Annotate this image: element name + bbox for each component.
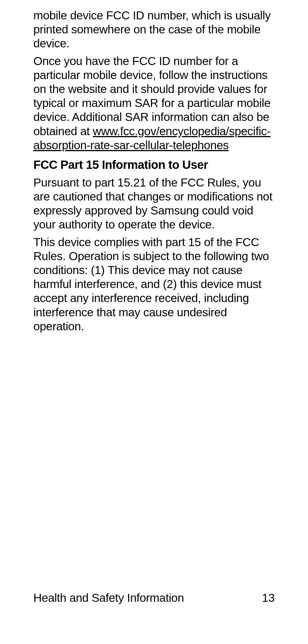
- footer-page-number: 13: [262, 591, 275, 605]
- paragraph-sar-instructions: Once you have the FCC ID number for a pa…: [33, 54, 275, 152]
- footer-section-title: Health and Safety Information: [33, 591, 184, 605]
- page-footer: Health and Safety Information 13: [33, 591, 275, 605]
- paragraph-part-15-21: Pursuant to part 15.21 of the FCC Rules,…: [33, 176, 275, 232]
- paragraph-fcc-id-location: mobile device FCC ID number, which is us…: [33, 9, 275, 51]
- heading-fcc-part-15: FCC Part 15 Information to User: [33, 158, 275, 172]
- document-content: mobile device FCC ID number, which is us…: [33, 9, 275, 337]
- paragraph-part-15-compliance: This device complies with part 15 of the…: [33, 235, 275, 333]
